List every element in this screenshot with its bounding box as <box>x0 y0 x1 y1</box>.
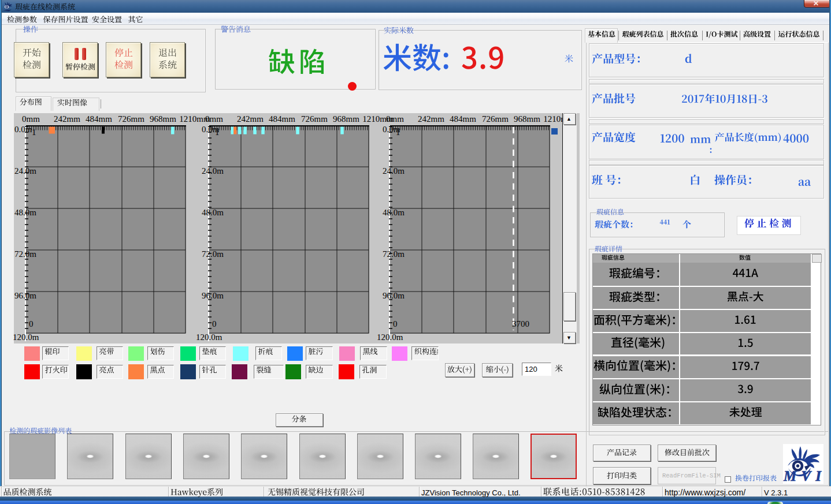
svg-text:MVI: MVI <box>783 468 822 484</box>
